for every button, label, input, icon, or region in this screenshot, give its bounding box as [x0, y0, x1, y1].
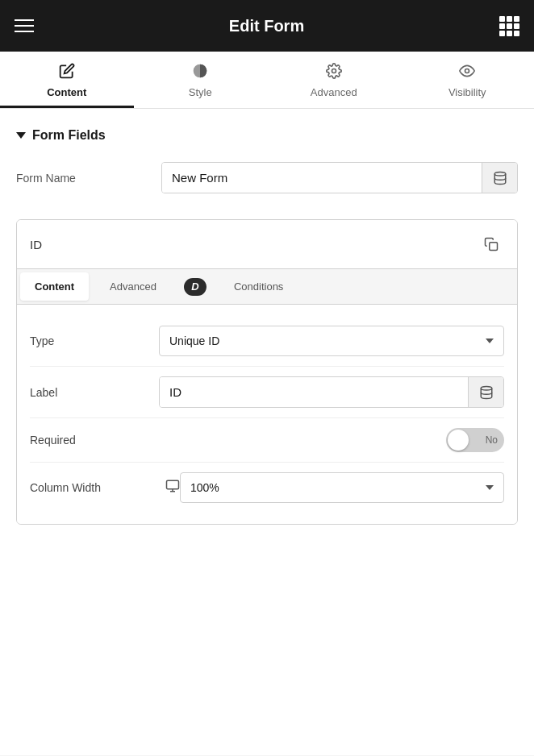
required-toggle-container: No [159, 428, 504, 452]
form-fields-section-header: Form Fields [16, 128, 518, 143]
pencil-icon [59, 63, 75, 81]
label-row: Label [30, 368, 504, 416]
tab-style[interactable]: Style [134, 52, 268, 108]
card-header: ID [17, 220, 517, 269]
svg-rect-6 [167, 480, 179, 489]
column-width-label: Column Width [30, 481, 159, 494]
inner-tab-conditions-label: Conditions [234, 280, 283, 293]
column-width-select-wrapper: 100% [180, 472, 504, 503]
inner-tab-conditions[interactable]: Conditions [219, 272, 298, 301]
required-toggle[interactable]: No [446, 428, 504, 452]
inner-tab-advanced-label: Advanced [110, 280, 156, 293]
page-title: Edit Form [229, 17, 304, 35]
id-field-card: ID Content Advanced D Conditi [16, 219, 518, 525]
inner-tab-advanced[interactable]: Advanced [95, 272, 171, 301]
hamburger-menu-icon[interactable] [15, 19, 34, 32]
app-header: Edit Form [0, 0, 534, 52]
label-input-wrapper [159, 376, 504, 408]
svg-point-2 [465, 69, 469, 73]
svg-rect-4 [490, 243, 498, 251]
form-name-row: Form Name [16, 162, 518, 193]
label-field-label: Label [30, 386, 159, 399]
form-name-db-icon[interactable] [482, 163, 517, 193]
toggle-no-label: No [486, 434, 498, 446]
divider-3 [30, 462, 504, 463]
column-width-value: 100% [190, 481, 219, 494]
tab-advanced-label: Advanced [311, 86, 357, 98]
type-row: Type Unique ID [30, 318, 504, 364]
svg-point-3 [494, 172, 506, 176]
svg-point-5 [481, 386, 492, 390]
collapse-chevron-icon[interactable] [16, 132, 26, 139]
tab-content-label: Content [47, 86, 86, 98]
tab-content[interactable]: Content [0, 52, 134, 108]
column-width-label-wrap: Column Width [30, 479, 180, 496]
inner-tab-content[interactable]: Content [20, 272, 89, 301]
label-input-group [159, 376, 504, 408]
eye-icon [459, 63, 475, 81]
toggle-knob [448, 430, 469, 451]
gear-icon [326, 63, 342, 81]
tab-style-label: Style [189, 86, 212, 98]
required-label: Required [30, 434, 159, 447]
required-row: Required No [30, 420, 504, 460]
card-id-label: ID [30, 238, 42, 251]
type-label: Type [30, 334, 159, 347]
tab-visibility-label: Visibility [448, 86, 486, 98]
monitor-icon [165, 479, 180, 496]
d-icon-label: D [191, 280, 198, 293]
required-toggle-wrapper: No [159, 428, 504, 452]
form-fields-title: Form Fields [32, 128, 106, 143]
column-width-chevron-icon [486, 485, 494, 490]
inner-tab-d[interactable]: D [176, 272, 215, 301]
type-select[interactable]: Unique ID [159, 326, 504, 356]
divider-1 [30, 366, 504, 367]
svg-point-1 [332, 69, 336, 73]
inner-tabs: Content Advanced D Conditions [17, 269, 517, 305]
form-name-input-group [161, 162, 518, 193]
copy-icon-button[interactable] [478, 231, 504, 257]
column-width-select[interactable]: 100% [180, 472, 504, 503]
card-body: Type Unique ID Label [17, 305, 517, 524]
main-tabs: Content Style Advanced Visibility [0, 52, 534, 109]
grid-apps-icon[interactable] [499, 16, 519, 36]
inner-tab-content-label: Content [35, 280, 74, 293]
label-input[interactable] [160, 377, 468, 407]
tab-advanced[interactable]: Advanced [267, 52, 401, 108]
type-select-wrapper: Unique ID [159, 326, 504, 356]
column-width-row: Column Width 100% [30, 464, 504, 511]
style-icon [192, 63, 208, 81]
d-icon: D [184, 278, 207, 296]
label-db-icon[interactable] [468, 377, 503, 407]
tab-visibility[interactable]: Visibility [401, 52, 535, 108]
form-name-label: Form Name [16, 172, 161, 185]
main-content: Form Fields Form Name ID [0, 109, 534, 755]
form-name-input[interactable] [162, 163, 482, 193]
type-chevron-icon [486, 339, 494, 343]
divider-2 [30, 417, 504, 418]
type-select-value: Unique ID [169, 334, 219, 347]
